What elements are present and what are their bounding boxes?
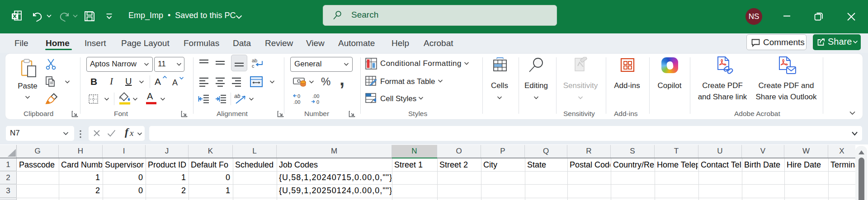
svg-text:c: c (252, 63, 255, 69)
svg-text:ab: ab (252, 58, 257, 63)
svg-text:.00: .00 (293, 99, 300, 105)
svg-text:.00: .00 (312, 93, 319, 99)
svg-text:ab: ab (234, 93, 241, 99)
svg-text:0: 0 (297, 93, 300, 99)
svg-text:0: 0 (316, 99, 319, 105)
